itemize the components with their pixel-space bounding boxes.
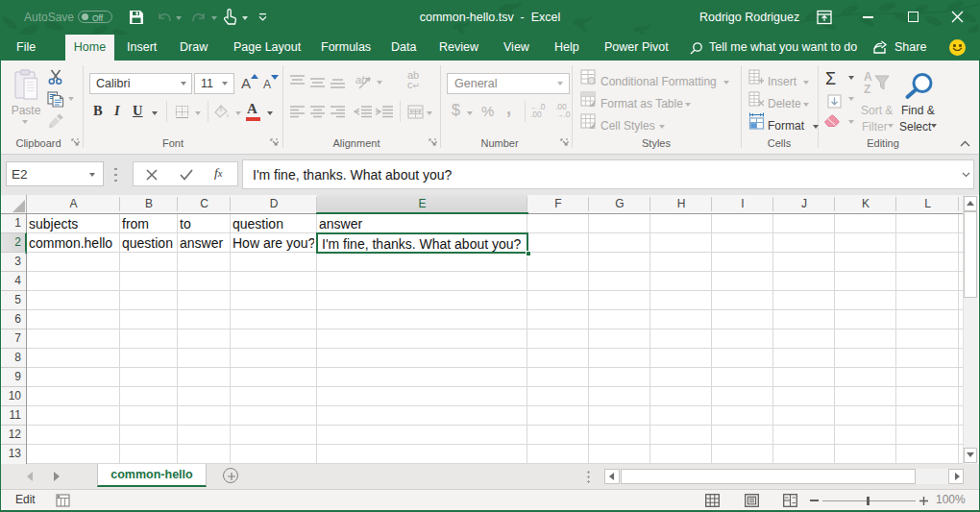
svg-text:ab: ab bbox=[355, 74, 367, 85]
